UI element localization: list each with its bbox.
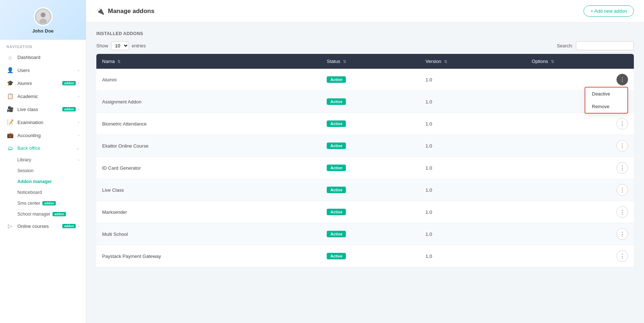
- noticeboard-label: Noticeboard: [17, 190, 42, 195]
- cell-options: ⋮: [526, 157, 634, 179]
- cell-status: Active: [321, 135, 420, 157]
- options-menu-button[interactable]: ⋮: [616, 250, 628, 262]
- table-row: Ekattor Online CourseActive1.0⋮: [96, 135, 634, 157]
- avatar: [34, 7, 53, 26]
- table-row: Assignment AddonActive1.0⋮: [96, 91, 634, 113]
- user-name: John Doe: [32, 28, 54, 34]
- cell-name: Multi School: [96, 223, 321, 245]
- status-badge: Active: [327, 187, 346, 193]
- addon-badge: addon: [42, 201, 56, 205]
- addon-badge: addon: [53, 212, 66, 216]
- entries-select[interactable]: 10 25 50: [111, 41, 129, 50]
- status-badge: Active: [327, 143, 346, 149]
- table-row: MarksenderActive1.0⋮: [96, 201, 634, 223]
- status-badge: Active: [327, 209, 346, 215]
- chevron-right-icon: ›: [78, 158, 79, 162]
- page-title-area: 🔌 Manage addons: [96, 7, 154, 15]
- sidebar-item-label: Examination: [17, 120, 78, 125]
- academic-icon: 📋: [7, 93, 14, 99]
- addons-table: Nama ⇅ Status ⇅ Version ⇅ Options ⇅: [96, 54, 634, 267]
- session-label: Session: [17, 168, 33, 173]
- sidebar-item-label: Dashboard: [17, 55, 79, 60]
- options-cell: ⋮: [532, 250, 628, 262]
- section-label: INSTALLED ADDONS: [96, 31, 634, 36]
- dropdown-item[interactable]: Remove: [585, 100, 627, 113]
- cell-name: Live Class: [96, 179, 321, 201]
- search-label: Search:: [557, 43, 573, 48]
- cell-version: 1.0: [420, 201, 526, 223]
- school-manager-label: School manager: [17, 212, 50, 217]
- sidebar-item-examination[interactable]: 📝 Examination ›: [0, 116, 86, 129]
- sidebar-nav: ⌂ Dashboard 👤 Users › 🎓 Alumni addon › 📋…: [0, 51, 86, 233]
- dropdown-item[interactable]: Deactive: [585, 88, 627, 100]
- cell-status: Active: [321, 91, 420, 113]
- options-menu-button[interactable]: ⋮: [616, 184, 628, 196]
- cell-status: Active: [321, 179, 420, 201]
- search-input[interactable]: [576, 41, 634, 50]
- cell-name: Ekattor Online Course: [96, 135, 321, 157]
- sms-center-label: Sms center: [17, 201, 40, 206]
- options-cell: ⋮: [532, 140, 628, 152]
- sidebar-item-users[interactable]: 👤 Users ›: [0, 64, 86, 77]
- cell-options: ⋮: [526, 201, 634, 223]
- table-row: Multi SchoolActive1.0⋮: [96, 223, 634, 245]
- add-new-addon-button[interactable]: + Add new addon: [584, 5, 634, 17]
- cell-options: ⋮: [526, 135, 634, 157]
- sidebar-item-label: Academic: [17, 94, 78, 99]
- topbar: 🔌 Manage addons + Add new addon: [86, 0, 644, 22]
- options-menu-button[interactable]: ⋮: [616, 140, 628, 152]
- options-menu-button[interactable]: ⋮: [616, 118, 628, 129]
- sidebar-item-back-office[interactable]: 🗂 Back office ⌄: [0, 142, 86, 154]
- cell-version: 1.0: [420, 69, 526, 91]
- entries-label: entries: [132, 43, 146, 48]
- sidebar-item-accounting[interactable]: 💼 Accounting ›: [0, 129, 86, 142]
- cell-version: 1.0: [420, 245, 526, 267]
- sidebar-item-dashboard[interactable]: ⌂ Dashboard: [0, 51, 86, 64]
- chevron-right-icon: ›: [78, 133, 79, 137]
- sidebar-item-live-class[interactable]: 🎥 Live class addon ›: [0, 103, 86, 116]
- chevron-right-icon: ›: [78, 120, 79, 124]
- addon-badge: addon: [62, 81, 76, 85]
- options-menu-button[interactable]: ⋮: [616, 228, 628, 240]
- cell-status: Active: [321, 157, 420, 179]
- sort-icon: ⇅: [444, 59, 447, 64]
- sidebar-item-library[interactable]: Library ›: [0, 154, 86, 165]
- accounting-icon: 💼: [7, 132, 14, 139]
- chevron-down-icon: ⌄: [76, 146, 79, 150]
- sidebar-item-label: Users: [17, 68, 78, 73]
- cell-status: Active: [321, 113, 420, 135]
- sidebar-item-noticeboard[interactable]: Noticeboard: [0, 187, 86, 198]
- options-menu-button[interactable]: ⋮: [616, 206, 628, 218]
- sidebar-item-label: Online courses: [17, 224, 60, 229]
- sidebar-item-addon-manager[interactable]: Addon manager: [0, 176, 86, 187]
- sidebar: John Doe NAVIGATION ⌂ Dashboard 👤 Users …: [0, 0, 86, 323]
- cell-version: 1.0: [420, 135, 526, 157]
- options-menu-button[interactable]: ⋮: [616, 74, 628, 85]
- sidebar-item-academic[interactable]: 📋 Academic ›: [0, 90, 86, 103]
- sidebar-header: John Doe: [0, 0, 86, 40]
- sidebar-item-school-manager[interactable]: School manager addon: [0, 209, 86, 220]
- cell-options: ⋮: [526, 179, 634, 201]
- sidebar-item-online-courses[interactable]: ▷ Online courses addon ›: [0, 220, 86, 233]
- col-options: Options ⇅: [526, 54, 634, 69]
- options-cell: ⋮: [532, 206, 628, 218]
- chevron-right-icon: ›: [78, 107, 79, 111]
- cell-version: 1.0: [420, 157, 526, 179]
- online-courses-icon: ▷: [7, 223, 14, 229]
- sidebar-item-session[interactable]: Session: [0, 165, 86, 176]
- sidebar-item-sms-center[interactable]: Sms center addon ›: [0, 198, 86, 209]
- options-menu-button[interactable]: ⋮: [616, 162, 628, 174]
- content-area: INSTALLED ADDONS Show 10 25 50 entries S…: [86, 22, 644, 323]
- table-row: Paystack Payment GatewayActive1.0⋮: [96, 245, 634, 267]
- cell-options: ⋮: [526, 245, 634, 267]
- dashboard-icon: ⌂: [7, 54, 14, 60]
- status-badge: Active: [327, 231, 346, 237]
- sort-icon: ⇅: [551, 59, 554, 64]
- cell-name: Alumni: [96, 69, 321, 91]
- main-content: 🔌 Manage addons + Add new addon INSTALLE…: [86, 0, 644, 323]
- options-cell: ⋮: [532, 228, 628, 240]
- show-entries: Show 10 25 50 entries: [96, 41, 146, 50]
- cell-options: ⋮: [526, 113, 634, 135]
- sidebar-item-alumni[interactable]: 🎓 Alumni addon ›: [0, 77, 86, 90]
- status-badge: Active: [327, 98, 346, 105]
